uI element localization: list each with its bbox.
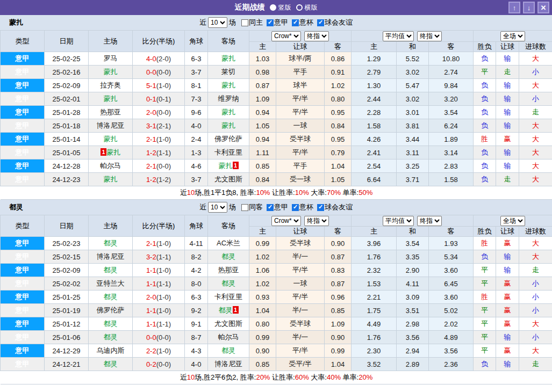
league-cell: 意甲 (1, 52, 45, 66)
league-cell: 意甲 (1, 331, 45, 344)
summary-text: 近10场,胜2平6负2, 胜率:20% 让胜率:60% 大率:40% 单率:20… (1, 371, 552, 384)
away-team-name: 卡利亚里 (214, 148, 242, 156)
handicap-away-odds: 1.02 (325, 79, 352, 92)
radio-selected-icon[interactable] (270, 4, 276, 11)
home-team-name: 蒙扎 (104, 95, 118, 103)
home-team-cell: 1蒙扎 (89, 146, 133, 159)
handicap-away-odds: 0.85 (325, 304, 352, 317)
corner-cell: 9-6 (185, 106, 208, 119)
matches-label: 场 (229, 18, 236, 27)
euro-away-odds: 2.36 (429, 358, 474, 371)
match-count-select[interactable]: 10 (208, 17, 227, 28)
checkbox-checked[interactable] (267, 204, 274, 211)
match-row: 意甲25-01-19佛罗伦萨1-1(1-0)9-2都灵11.04半/一0.851… (1, 304, 552, 317)
checkbox-unchecked[interactable] (241, 204, 248, 211)
bookmaker-final-select[interactable]: 终指 (304, 216, 329, 226)
layout-vertical-radio[interactable]: 竖版 (270, 3, 291, 12)
match-row: 意甲24-12-21都灵0-2(0-0)4-0博洛尼亚0.85受平/半1.043… (1, 358, 552, 371)
summary-stat-label: 让胜率: (270, 188, 295, 197)
checkbox-checked[interactable] (317, 204, 324, 211)
euro-away-odds: 3.60 (429, 264, 474, 277)
handicap-away-odds: 0.87 (325, 250, 352, 264)
layout-horizontal-radio[interactable]: 横版 (296, 3, 318, 12)
euro-away-odds: 5.34 (429, 250, 474, 264)
summary-stat-label: 近 (180, 373, 187, 381)
date-cell: 25-02-09 (45, 79, 89, 92)
league-cell: 意甲 (1, 237, 45, 250)
checkbox-checked[interactable] (292, 204, 299, 211)
halftime-score: (1-0) (156, 82, 171, 90)
handicap-away-odds: 1.05 (325, 173, 352, 186)
move-down-button[interactable]: ↓ (523, 2, 535, 13)
home-team-name: 蒙扎 (106, 148, 120, 156)
summary-stat-value: 50% (359, 188, 372, 197)
handicap-line: 受一球 (276, 173, 325, 186)
radio-label-text: 横版 (305, 3, 318, 12)
average-select[interactable]: 平均值 (383, 31, 414, 41)
sub-header-home-odds: 主 (249, 227, 276, 237)
halftime-score: (0-0) (156, 68, 171, 76)
checkbox-label[interactable]: 球会友谊 (325, 202, 353, 212)
average-final-select[interactable]: 终指 (417, 216, 442, 226)
away-team-name: 维罗纳 (218, 95, 239, 103)
checkbox-label[interactable]: 同客 (249, 202, 263, 212)
radio-unselected-icon[interactable] (296, 4, 303, 11)
checkbox-checked[interactable] (267, 19, 274, 26)
handicap-line: 平手 (276, 66, 325, 79)
checkbox-label[interactable]: 意杯 (299, 202, 313, 212)
handicap-away-odds: 0.96 (325, 291, 352, 304)
scope-select[interactable]: 全场 (500, 216, 525, 226)
league-cell: 意甲 (1, 146, 45, 159)
checkbox-label[interactable]: 同主 (249, 18, 263, 27)
scope-select[interactable]: 全场 (500, 31, 525, 41)
titlebar: 近期战绩 竖版 横版 ↑ ↓ ✕ (0, 0, 552, 15)
fulltime-score: 0-0 (146, 68, 156, 76)
checkbox-checked[interactable] (292, 19, 299, 26)
checkbox-label[interactable]: 意甲 (274, 18, 288, 27)
average-final-select[interactable]: 终指 (417, 31, 442, 41)
euro-odds-group-header: 平均值终指 (352, 215, 474, 227)
score-cell: 2-0(0-0) (133, 106, 185, 119)
euro-home-odds: 1.58 (352, 119, 397, 133)
away-team-name: 都灵 (219, 306, 233, 314)
bookmaker-final-select[interactable]: 终指 (304, 31, 329, 41)
bookmaker-select[interactable]: Crow* (271, 216, 301, 226)
handicap-line: 平/半 (276, 146, 325, 159)
close-button[interactable]: ✕ (537, 2, 549, 13)
match-result-cell: 平 (474, 344, 496, 358)
handicap-result-cell: 赢 (496, 277, 519, 291)
handicap-line: 一球 (276, 119, 325, 133)
summary-stat-label: 场,胜2平6负2, 胜率: (195, 373, 256, 381)
average-select[interactable]: 平均值 (383, 216, 414, 226)
fulltime-score: 2-1 (146, 239, 156, 248)
home-team-cell: 博洛尼亚 (89, 250, 133, 264)
checkbox-label[interactable]: 球会友谊 (325, 18, 353, 27)
checkbox-checked[interactable] (317, 19, 324, 26)
move-up-button[interactable]: ↑ (508, 2, 520, 13)
goals-result-cell: 大 (519, 133, 552, 146)
goals-result-cell: 走 (519, 264, 552, 277)
handicap-away-odds: 0.86 (325, 52, 352, 66)
goals-result-cell: 小 (519, 92, 552, 106)
bookmaker-select[interactable]: Crow* (271, 31, 301, 41)
score-cell: 0-2(0-0) (133, 358, 185, 371)
euro-home-odds: 2.54 (352, 159, 397, 173)
handicap-result-cell: 输 (496, 106, 519, 119)
away-team-cell: 尤文图斯 (208, 173, 249, 186)
match-count-select[interactable]: 10 (208, 202, 227, 213)
close-icon: ✕ (541, 4, 547, 12)
handicap-away-odds: 0.99 (325, 344, 352, 358)
handicap-home-odds: 0.90 (249, 344, 276, 358)
score-cell: 5-1(1-0) (133, 79, 185, 92)
checkbox-unchecked[interactable] (241, 19, 248, 26)
handicap-home-odds: 0.93 (249, 291, 276, 304)
handicap-result-cell: 赢 (496, 344, 519, 358)
home-team-name: 博洛尼亚 (97, 252, 125, 260)
handicap-result-cell: 赢 (496, 291, 519, 304)
checkbox-label[interactable]: 意杯 (299, 18, 313, 27)
date-cell: 25-02-01 (45, 92, 89, 106)
corner-cell: 2-4 (185, 133, 208, 146)
away-team-name: 蒙扎 (219, 162, 233, 170)
col-header-type: 类型 (1, 31, 45, 52)
checkbox-label[interactable]: 意甲 (274, 202, 288, 212)
